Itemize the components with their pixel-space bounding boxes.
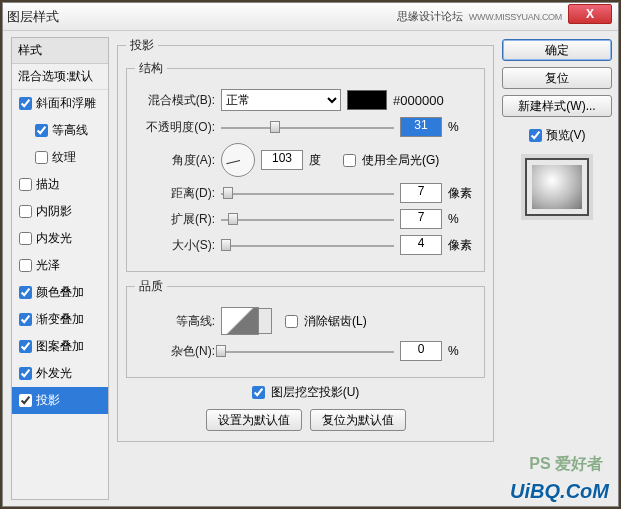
ok-button[interactable]: 确定 bbox=[502, 39, 612, 61]
contour-picker[interactable] bbox=[221, 307, 259, 335]
size-input[interactable]: 4 bbox=[400, 235, 442, 255]
style-item-9[interactable]: 图案叠加 bbox=[12, 333, 108, 360]
style-checkbox[interactable] bbox=[35, 124, 48, 137]
style-label: 图案叠加 bbox=[36, 338, 84, 355]
style-item-2[interactable]: 纹理 bbox=[12, 144, 108, 171]
blend-mode-label: 混合模式(B): bbox=[135, 92, 215, 109]
size-slider[interactable] bbox=[221, 237, 394, 253]
style-item-6[interactable]: 光泽 bbox=[12, 252, 108, 279]
watermark-main: UiBQ.CoM bbox=[510, 480, 609, 503]
styles-panel: 样式 混合选项:默认 斜面和浮雕等高线纹理描边内阴影内发光光泽颜色叠加渐变叠加图… bbox=[11, 37, 109, 500]
style-checkbox[interactable] bbox=[19, 313, 32, 326]
distance-slider[interactable] bbox=[221, 185, 394, 201]
contour-label: 等高线: bbox=[135, 313, 215, 330]
forum-url: WWW.MISSYUAN.COM bbox=[469, 12, 562, 22]
opacity-input[interactable]: 31 bbox=[400, 117, 442, 137]
style-checkbox[interactable] bbox=[19, 367, 32, 380]
style-label: 描边 bbox=[36, 176, 60, 193]
antialias-checkbox[interactable] bbox=[285, 315, 298, 328]
style-item-10[interactable]: 外发光 bbox=[12, 360, 108, 387]
style-checkbox[interactable] bbox=[19, 286, 32, 299]
style-label: 外发光 bbox=[36, 365, 72, 382]
new-style-button[interactable]: 新建样式(W)... bbox=[502, 95, 612, 117]
spread-unit: % bbox=[448, 212, 476, 226]
reset-default-button[interactable]: 复位为默认值 bbox=[310, 409, 406, 431]
angle-unit: 度 bbox=[309, 152, 337, 169]
style-label: 斜面和浮雕 bbox=[36, 95, 96, 112]
size-label: 大小(S): bbox=[135, 237, 215, 254]
style-item-8[interactable]: 渐变叠加 bbox=[12, 306, 108, 333]
noise-unit: % bbox=[448, 344, 476, 358]
opacity-unit: % bbox=[448, 120, 476, 134]
opacity-label: 不透明度(O): bbox=[135, 119, 215, 136]
noise-slider[interactable] bbox=[221, 343, 394, 359]
distance-input[interactable]: 7 bbox=[400, 183, 442, 203]
spread-slider[interactable] bbox=[221, 211, 394, 227]
cancel-button[interactable]: 复位 bbox=[502, 67, 612, 89]
panel-title: 投影 bbox=[126, 37, 158, 54]
drop-shadow-fieldset: 投影 结构 混合模式(B): 正常 #000000 不透明度(O): 31 % bbox=[117, 37, 494, 442]
style-label: 投影 bbox=[36, 392, 60, 409]
global-light-checkbox[interactable] bbox=[343, 154, 356, 167]
noise-label: 杂色(N): bbox=[135, 343, 215, 360]
style-checkbox[interactable] bbox=[35, 151, 48, 164]
quality-legend: 品质 bbox=[135, 278, 167, 295]
structure-fieldset: 结构 混合模式(B): 正常 #000000 不透明度(O): 31 % bbox=[126, 60, 485, 272]
style-checkbox[interactable] bbox=[19, 178, 32, 191]
set-default-button[interactable]: 设置为默认值 bbox=[206, 409, 302, 431]
knockout-checkbox[interactable] bbox=[252, 386, 265, 399]
close-button[interactable]: X bbox=[568, 4, 612, 24]
titlebar: 图层样式 思缘设计论坛 WWW.MISSYUAN.COM X bbox=[3, 3, 618, 31]
knockout-label: 图层挖空投影(U) bbox=[271, 384, 360, 401]
angle-input[interactable]: 103 bbox=[261, 150, 303, 170]
distance-unit: 像素 bbox=[448, 185, 476, 202]
style-checkbox[interactable] bbox=[19, 340, 32, 353]
preview-label: 预览(V) bbox=[546, 127, 586, 144]
style-checkbox[interactable] bbox=[19, 232, 32, 245]
style-label: 等高线 bbox=[52, 122, 88, 139]
window-title: 图层样式 bbox=[7, 8, 59, 26]
structure-legend: 结构 bbox=[135, 60, 167, 77]
color-swatch[interactable] bbox=[347, 90, 387, 110]
blend-mode-select[interactable]: 正常 bbox=[221, 89, 341, 111]
style-checkbox[interactable] bbox=[19, 205, 32, 218]
style-item-1[interactable]: 等高线 bbox=[12, 117, 108, 144]
style-label: 内阴影 bbox=[36, 203, 72, 220]
antialias-label: 消除锯齿(L) bbox=[304, 313, 367, 330]
center-panel: 投影 结构 混合模式(B): 正常 #000000 不透明度(O): 31 % bbox=[113, 37, 498, 500]
style-checkbox[interactable] bbox=[19, 97, 32, 110]
style-checkbox[interactable] bbox=[19, 259, 32, 272]
style-label: 渐变叠加 bbox=[36, 311, 84, 328]
distance-label: 距离(D): bbox=[135, 185, 215, 202]
forum-name: 思缘设计论坛 bbox=[397, 9, 463, 24]
spread-label: 扩展(R): bbox=[135, 211, 215, 228]
watermark-sub: PS 爱好者 bbox=[529, 454, 603, 475]
spread-input[interactable]: 7 bbox=[400, 209, 442, 229]
size-unit: 像素 bbox=[448, 237, 476, 254]
style-item-5[interactable]: 内发光 bbox=[12, 225, 108, 252]
style-checkbox[interactable] bbox=[19, 394, 32, 407]
global-light-label: 使用全局光(G) bbox=[362, 152, 439, 169]
color-hex: #000000 bbox=[393, 93, 444, 108]
style-label: 光泽 bbox=[36, 257, 60, 274]
angle-dial[interactable] bbox=[221, 143, 255, 177]
preview-thumb bbox=[525, 158, 589, 216]
right-panel: 确定 复位 新建样式(W)... 预览(V) bbox=[502, 37, 612, 500]
angle-label: 角度(A): bbox=[135, 152, 215, 169]
style-item-11[interactable]: 投影 bbox=[12, 387, 108, 414]
styles-header: 样式 bbox=[12, 38, 108, 64]
style-item-4[interactable]: 内阴影 bbox=[12, 198, 108, 225]
style-item-0[interactable]: 斜面和浮雕 bbox=[12, 90, 108, 117]
style-item-3[interactable]: 描边 bbox=[12, 171, 108, 198]
style-label: 内发光 bbox=[36, 230, 72, 247]
style-label: 纹理 bbox=[52, 149, 76, 166]
opacity-slider[interactable] bbox=[221, 119, 394, 135]
style-label: 颜色叠加 bbox=[36, 284, 84, 301]
blending-options-default[interactable]: 混合选项:默认 bbox=[12, 64, 108, 90]
noise-input[interactable]: 0 bbox=[400, 341, 442, 361]
quality-fieldset: 品质 等高线: 消除锯齿(L) 杂色(N): 0 % bbox=[126, 278, 485, 378]
style-item-7[interactable]: 颜色叠加 bbox=[12, 279, 108, 306]
preview-checkbox[interactable] bbox=[529, 129, 542, 142]
